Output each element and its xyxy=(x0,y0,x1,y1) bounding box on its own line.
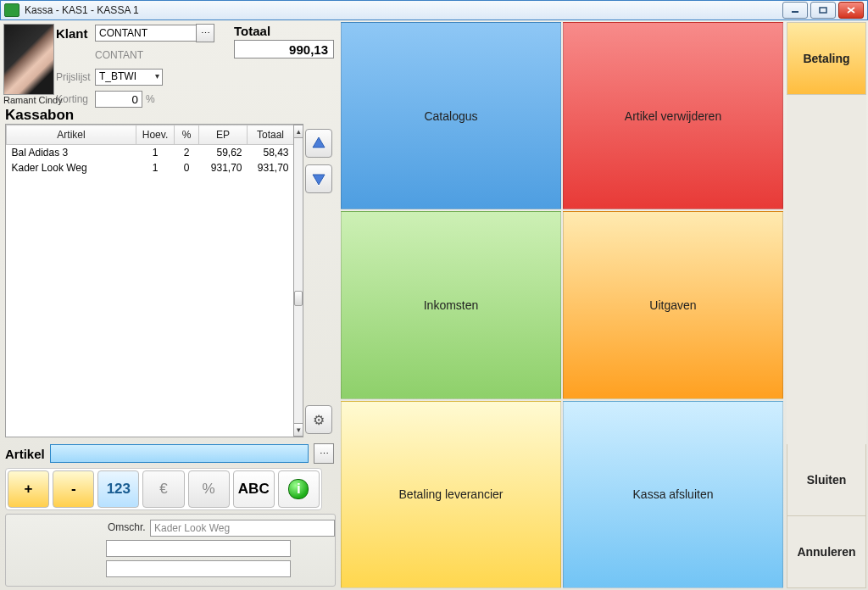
description-label: Omschr. xyxy=(108,521,146,533)
tile-uitgaven[interactable]: Uitgaven xyxy=(563,211,783,398)
col-totaal[interactable]: Totaal xyxy=(248,125,294,145)
close-button[interactable] xyxy=(838,2,864,19)
receipt-table: Artikel Hoev. % EP Totaal Bal Adidas 3 1… xyxy=(5,124,295,437)
total-box: Totaal 990,13 xyxy=(234,24,334,58)
artikel-label: Artikel xyxy=(5,447,45,461)
tile-artikel-verwijderen[interactable]: Artikel verwijderen xyxy=(563,22,783,209)
description-input-2[interactable] xyxy=(106,540,291,557)
tile-kassa-afsluiten[interactable]: Kassa afsluiten xyxy=(563,401,783,588)
keypad-abc[interactable]: ABC xyxy=(233,470,275,508)
customer-display: CONTANT xyxy=(95,49,143,61)
tile-catalogus[interactable]: Catalogus xyxy=(341,22,561,209)
pricelist-select[interactable]: T_BTWI xyxy=(95,69,163,86)
keypad: + - 123 € % ABC i xyxy=(5,468,322,510)
maximize-button[interactable] xyxy=(810,2,836,19)
svg-rect-0 xyxy=(792,11,798,13)
discount-suffix: % xyxy=(146,93,155,105)
tile-grid: Catalogus Artikel verwijderen Inkomsten … xyxy=(341,22,783,588)
receipt-scrollbar[interactable]: ▴ ▾ xyxy=(293,124,303,437)
minimize-button[interactable] xyxy=(782,2,808,19)
description-input-3[interactable] xyxy=(106,560,291,577)
table-row[interactable]: Bal Adidas 3 1 2 59,62 58,43 xyxy=(7,145,294,161)
right-annuleren-button[interactable]: Annuleren xyxy=(787,516,866,588)
move-up-button[interactable] xyxy=(305,129,332,158)
table-row[interactable]: Kader Look Weg 1 0 931,70 931,70 xyxy=(7,160,294,175)
user-photo xyxy=(3,24,54,95)
user-name: Ramant Cindy xyxy=(3,95,63,105)
titlebar: Kassa - KAS1 - KASSA 1 xyxy=(0,0,868,20)
move-down-button[interactable] xyxy=(305,164,332,193)
right-betaling-button[interactable]: Betaling xyxy=(787,22,866,95)
col-hoev[interactable]: Hoev. xyxy=(136,125,175,145)
keypad-euro[interactable]: € xyxy=(142,470,184,508)
window-title: Kassa - KAS1 - KASSA 1 xyxy=(25,4,139,16)
customer-input[interactable] xyxy=(95,25,197,42)
settings-button[interactable]: ⚙ xyxy=(305,405,332,434)
pricelist-label: Prijslijst xyxy=(56,71,95,83)
customer-label: Klant xyxy=(56,26,95,41)
col-pct[interactable]: % xyxy=(175,125,199,145)
receipt-title: Kassabon xyxy=(5,107,74,124)
right-sluiten-button[interactable]: Sluiten xyxy=(787,444,866,516)
left-panel: Ramant Cindy Klant ⋯ CONTANT Prijslijst … xyxy=(0,20,337,590)
receipt-header-row: Artikel Hoev. % EP Totaal xyxy=(7,125,294,145)
customer-box: Klant ⋯ CONTANT Prijslijst T_BTWI Kortin… xyxy=(56,24,225,112)
svg-marker-3 xyxy=(313,175,325,185)
artikel-lookup-button[interactable]: ⋯ xyxy=(314,443,334,464)
col-ep[interactable]: EP xyxy=(199,125,248,145)
scroll-track[interactable] xyxy=(293,138,303,423)
window-controls xyxy=(782,2,864,19)
info-icon: i xyxy=(288,479,309,499)
app-icon xyxy=(4,3,19,17)
scroll-thumb[interactable] xyxy=(294,291,303,306)
svg-marker-2 xyxy=(313,137,325,148)
description-box: Omschr. xyxy=(5,514,336,587)
workarea: Ramant Cindy Klant ⋯ CONTANT Prijslijst … xyxy=(0,20,868,590)
scroll-up-icon[interactable]: ▴ xyxy=(293,125,303,138)
customer-lookup-button[interactable]: ⋯ xyxy=(196,24,214,42)
keypad-plus[interactable]: + xyxy=(8,470,49,508)
discount-label: Korting xyxy=(56,93,95,105)
right-spacer xyxy=(787,95,866,444)
col-artikel[interactable]: Artikel xyxy=(7,125,136,145)
description-input-1[interactable] xyxy=(150,520,335,537)
keypad-minus[interactable]: - xyxy=(53,470,94,508)
tile-betaling-leverancier[interactable]: Betaling leverancier xyxy=(341,401,561,588)
gear-icon: ⚙ xyxy=(313,412,325,428)
keypad-info[interactable]: i xyxy=(278,470,320,508)
right-strip: Betaling Sluiten Annuleren xyxy=(787,22,866,588)
tile-inkomsten[interactable]: Inkomsten xyxy=(341,211,561,398)
total-value: 990,13 xyxy=(234,40,334,58)
artikel-input[interactable] xyxy=(50,444,309,463)
scroll-down-icon[interactable]: ▾ xyxy=(293,423,303,437)
svg-rect-1 xyxy=(820,8,826,13)
discount-input[interactable] xyxy=(95,91,142,108)
total-label: Totaal xyxy=(234,24,334,38)
keypad-123[interactable]: 123 xyxy=(97,470,139,508)
artikel-row: Artikel ⋯ xyxy=(5,442,334,465)
keypad-pct[interactable]: % xyxy=(188,470,230,508)
